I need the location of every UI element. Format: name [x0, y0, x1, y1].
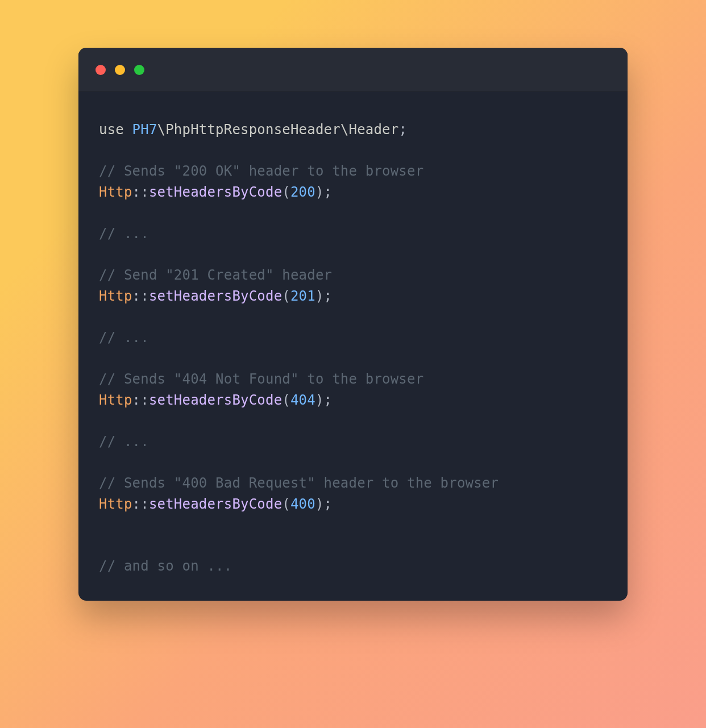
comment-ellipsis: // ...: [99, 226, 149, 242]
comment-200: // Sends "200 OK" header to the browser: [99, 163, 423, 179]
method-name: setHeadersByCode: [149, 184, 282, 200]
method-name: setHeadersByCode: [149, 496, 282, 512]
method-name: setHeadersByCode: [149, 392, 282, 408]
arg-400: 400: [290, 496, 315, 512]
class-name: Http: [99, 392, 132, 408]
arg-200: 200: [290, 184, 315, 200]
paren-close: ): [315, 496, 324, 512]
comment-400: // Sends "400 Bad Request" header to the…: [99, 475, 499, 491]
double-colon: ::: [132, 496, 149, 512]
arg-201: 201: [290, 288, 315, 304]
comment-201: // Send "201 Created" header: [99, 267, 332, 283]
semicolon: ;: [324, 496, 333, 512]
paren-close: ): [315, 184, 324, 200]
arg-404: 404: [290, 392, 315, 408]
keyword-use: use: [99, 122, 132, 138]
paren-open: (: [282, 392, 290, 408]
double-colon: ::: [132, 184, 149, 200]
code-block: use PH7\PhpHttpResponseHeader\Header; //…: [78, 92, 628, 601]
namespace-path: \PhpHttpResponseHeader\Header: [157, 122, 399, 138]
double-colon: ::: [132, 392, 149, 408]
code-window: use PH7\PhpHttpResponseHeader\Header; //…: [78, 48, 628, 601]
semicolon: ;: [324, 288, 333, 304]
double-colon: ::: [132, 288, 149, 304]
paren-open: (: [282, 184, 290, 200]
paren-open: (: [282, 496, 290, 512]
paren-open: (: [282, 288, 290, 304]
window-titlebar: [78, 48, 628, 92]
close-icon[interactable]: [95, 65, 106, 75]
method-name: setHeadersByCode: [149, 288, 282, 304]
minimize-icon[interactable]: [115, 65, 125, 75]
paren-close: ): [315, 288, 324, 304]
semicolon: ;: [324, 184, 333, 200]
comment-end: // and so on ...: [99, 558, 232, 574]
comment-404: // Sends "404 Not Found" to the browser: [99, 371, 423, 387]
class-name: Http: [99, 496, 132, 512]
class-name: Http: [99, 184, 132, 200]
semicolon: ;: [398, 122, 407, 138]
semicolon: ;: [324, 392, 333, 408]
comment-ellipsis: // ...: [99, 434, 149, 450]
comment-ellipsis: // ...: [99, 330, 149, 346]
namespace: PH7: [132, 122, 157, 138]
class-name: Http: [99, 288, 132, 304]
paren-close: ): [315, 392, 324, 408]
maximize-icon[interactable]: [134, 65, 144, 75]
